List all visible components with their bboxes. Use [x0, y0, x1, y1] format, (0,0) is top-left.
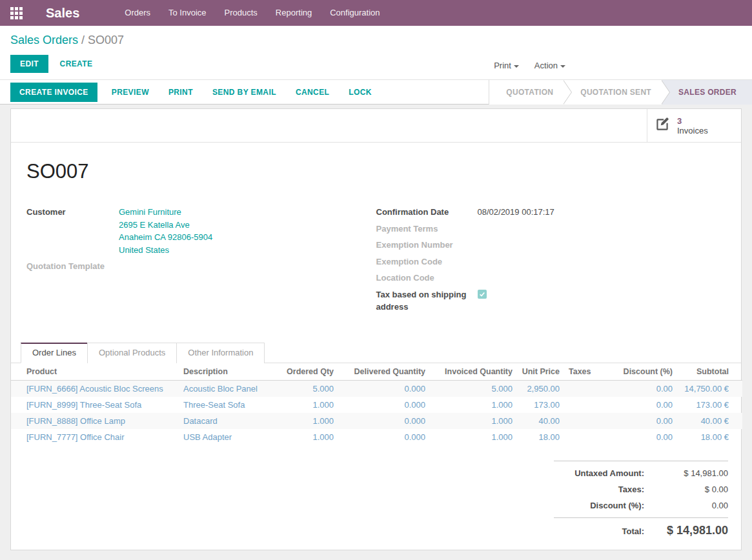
- customer-name[interactable]: Gemini Furniture: [119, 206, 212, 219]
- cell-invoiced-qty[interactable]: 1.000: [425, 397, 513, 413]
- taxes-value: $ 0.00: [656, 485, 728, 494]
- cell-ordered-qty[interactable]: 1.000: [274, 397, 334, 413]
- create-button[interactable]: CREATE: [51, 55, 102, 73]
- cell-subtotal[interactable]: 14,750.00 €: [673, 380, 729, 397]
- table-row[interactable]: [FURN_6666] Acoustic Bloc Screens Acoust…: [11, 380, 742, 397]
- table-row[interactable]: [FURN_8888] Office Lamp Datacard 1.000 0…: [11, 413, 742, 429]
- cell-discount[interactable]: 0.00: [618, 380, 673, 397]
- untaxed-amount-row: Untaxed Amount: $ 14,981.00: [554, 465, 728, 481]
- create-invoice-button[interactable]: CREATE INVOICE: [10, 83, 97, 102]
- cell-product[interactable]: [FURN_6666] Acoustic Bloc Screens: [11, 380, 183, 397]
- statusbar-buttons: CREATE INVOICE PREVIEW PRINT SEND BY EMA…: [10, 83, 391, 102]
- invoices-label: Invoices: [677, 126, 708, 135]
- menu-orders[interactable]: Orders: [116, 0, 159, 26]
- col-invoiced-quantity: Invoiced Quantity: [425, 363, 513, 381]
- cell-description[interactable]: Three-Seat Sofa: [183, 397, 274, 413]
- invoices-stat-button[interactable]: 3 Invoices: [647, 109, 741, 142]
- col-discount: Discount (%): [618, 363, 673, 381]
- cell-unit-price[interactable]: 18.00: [513, 429, 560, 445]
- cell-invoiced-qty[interactable]: 5.000: [425, 380, 513, 397]
- menu-to-invoice[interactable]: To Invoice: [159, 0, 216, 26]
- cell-ordered-qty[interactable]: 1.000: [274, 429, 334, 445]
- cell-taxes[interactable]: [560, 413, 618, 429]
- field-confirmation-date: Confirmation Date 08/02/2019 00:17:17: [376, 204, 726, 221]
- cell-subtotal[interactable]: 173.00 €: [673, 397, 729, 413]
- cancel-button[interactable]: CANCEL: [296, 88, 329, 97]
- action-dropdown[interactable]: Action: [527, 57, 573, 74]
- confirmation-date-value[interactable]: 08/02/2019 00:17:17: [478, 206, 554, 219]
- pencil-square-icon: [654, 116, 671, 135]
- stat-button-row: 3 Invoices: [11, 109, 741, 143]
- cell-subtotal[interactable]: 40.00 €: [673, 413, 729, 429]
- cell-unit-price[interactable]: 40.00: [513, 413, 560, 429]
- cell-delivered-qty[interactable]: 0.000: [334, 380, 425, 397]
- cell-ordered-qty[interactable]: 1.000: [274, 413, 334, 429]
- print-button[interactable]: PRINT: [168, 88, 193, 97]
- send-by-email-button[interactable]: SEND BY EMAIL: [212, 88, 276, 97]
- field-groups: Customer Gemini Furniture 2695 E Katella…: [26, 204, 726, 315]
- cell-product[interactable]: [FURN_7777] Office Chair: [11, 429, 183, 445]
- tab-optional-products[interactable]: Optional Products: [87, 343, 177, 363]
- cell-delivered-qty[interactable]: 0.000: [334, 413, 425, 429]
- cp-dropdowns: Print Action: [486, 57, 573, 74]
- tax-shipping-checkbox-checked[interactable]: [478, 290, 487, 299]
- lock-button[interactable]: LOCK: [349, 88, 372, 97]
- cell-description[interactable]: Acoustic Bloc Panel: [183, 380, 274, 397]
- cell-invoiced-qty[interactable]: 1.000: [425, 413, 513, 429]
- breadcrumb-separator: /: [81, 34, 85, 46]
- cell-product[interactable]: [FURN_8999] Three-Seat Sofa: [11, 397, 183, 413]
- cell-unit-price[interactable]: 173.00: [513, 397, 560, 413]
- total-value: $ 14,981.00: [656, 524, 728, 537]
- step-quotation-sent[interactable]: QUOTATION SENT: [564, 80, 662, 105]
- col-description: Description: [183, 363, 274, 381]
- tax-shipping-label: Tax based on shipping address: [376, 288, 478, 314]
- table-row[interactable]: [FURN_7777] Office Chair USB Adapter 1.0…: [11, 429, 742, 445]
- cell-discount[interactable]: 0.00: [618, 397, 673, 413]
- exemption-number-label: Exemption Number: [376, 239, 478, 252]
- breadcrumb-current: SO007: [88, 34, 124, 46]
- cell-description[interactable]: Datacard: [183, 413, 274, 429]
- table-row[interactable]: [FURN_8999] Three-Seat Sofa Three-Seat S…: [11, 397, 742, 413]
- status-steps: QUOTATION QUOTATION SENT SALES ORDER: [489, 80, 752, 105]
- discount-row: Discount (%): 0.00: [554, 497, 728, 514]
- apps-grid-icon[interactable]: [10, 7, 23, 19]
- field-quotation-template: Quotation Template: [26, 258, 376, 275]
- customer-value[interactable]: Gemini Furniture 2695 E Katella Ave Anah…: [119, 206, 212, 256]
- step-quotation[interactable]: QUOTATION: [489, 80, 564, 105]
- menu-products[interactable]: Products: [216, 0, 267, 26]
- preview-button[interactable]: PREVIEW: [112, 88, 149, 97]
- cell-taxes[interactable]: [560, 397, 618, 413]
- col-subtotal: Subtotal: [673, 363, 729, 381]
- col-delivered-quantity: Delivered Quantity: [334, 363, 425, 381]
- cell-subtotal[interactable]: 18.00 €: [673, 429, 729, 445]
- step-sales-order[interactable]: SALES ORDER: [662, 80, 752, 105]
- confirmation-date-label: Confirmation Date: [376, 206, 478, 219]
- menu-reporting[interactable]: Reporting: [267, 0, 321, 26]
- invoices-count: 3: [677, 116, 708, 126]
- quotation-template-label: Quotation Template: [26, 260, 119, 273]
- field-location-code: Location Code: [376, 270, 726, 286]
- app-brand[interactable]: Sales: [46, 6, 79, 21]
- breadcrumb-sales-orders[interactable]: Sales Orders: [10, 34, 78, 46]
- total-label: Total:: [554, 526, 656, 536]
- print-dropdown[interactable]: Print: [486, 57, 527, 74]
- cell-ordered-qty[interactable]: 5.000: [274, 380, 334, 397]
- cell-description[interactable]: USB Adapter: [183, 429, 274, 445]
- cell-taxes[interactable]: [560, 380, 618, 397]
- customer-country[interactable]: United States: [119, 244, 212, 257]
- edit-button[interactable]: EDIT: [10, 55, 48, 73]
- cell-delivered-qty[interactable]: 0.000: [334, 397, 425, 413]
- cell-discount[interactable]: 0.00: [618, 413, 673, 429]
- caret-down-icon: [514, 65, 519, 68]
- cell-taxes[interactable]: [560, 429, 618, 445]
- cell-product[interactable]: [FURN_8888] Office Lamp: [11, 413, 183, 429]
- tab-other-information[interactable]: Other Information: [176, 343, 265, 363]
- cell-delivered-qty[interactable]: 0.000: [334, 429, 425, 445]
- tab-order-lines[interactable]: Order Lines: [21, 343, 88, 363]
- cell-discount[interactable]: 0.00: [618, 429, 673, 445]
- menu-configuration[interactable]: Configuration: [321, 0, 389, 26]
- customer-street[interactable]: 2695 E Katella Ave: [119, 219, 212, 232]
- customer-city[interactable]: Anaheim CA 92806-5904: [119, 231, 212, 244]
- cell-invoiced-qty[interactable]: 1.000: [425, 429, 513, 445]
- cell-unit-price[interactable]: 2,950.00: [513, 380, 560, 397]
